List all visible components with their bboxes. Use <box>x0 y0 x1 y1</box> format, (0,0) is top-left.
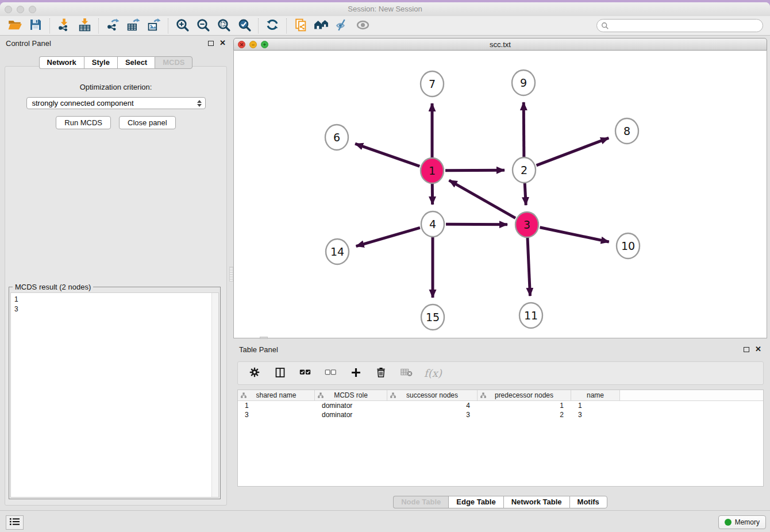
criterion-dropdown[interactable]: strongly connected component <box>26 97 206 109</box>
table-row[interactable]: 3dominator323 <box>238 410 763 419</box>
graph-node-7[interactable]: 7 <box>421 71 444 97</box>
close-table-panel-icon[interactable]: ✕ <box>755 346 761 352</box>
table-cell[interactable]: 1 <box>478 401 571 410</box>
zoom-in-button[interactable] <box>172 17 192 34</box>
show-all-button[interactable] <box>352 17 373 34</box>
close-panel-icon[interactable]: ✕ <box>220 40 226 46</box>
graph-edge-3-1[interactable] <box>449 180 515 218</box>
graph-node-1[interactable]: 1 <box>421 158 444 183</box>
graph-edge-1-2[interactable] <box>445 170 505 171</box>
graph-edge-4-3[interactable] <box>446 224 507 225</box>
tab-network[interactable]: Network <box>39 56 84 69</box>
export-image-button[interactable] <box>144 17 164 34</box>
column-header-shared-name[interactable]: shared name <box>238 390 315 400</box>
column-header-successor-nodes[interactable]: successor nodes <box>387 390 478 400</box>
graph-node-2[interactable]: 2 <box>513 157 536 183</box>
minimize-view-button[interactable]: − <box>249 41 257 48</box>
toolbar-separator <box>168 18 168 33</box>
deselect-all-button[interactable] <box>323 366 338 381</box>
hide-selected-button[interactable] <box>332 17 352 34</box>
add-row-button[interactable] <box>348 366 363 381</box>
maximize-view-button[interactable]: + <box>261 41 268 48</box>
table-cell[interactable]: 3 <box>238 410 315 419</box>
tab-mcds[interactable]: MCDS <box>155 56 192 69</box>
export-table-button[interactable] <box>123 17 144 34</box>
float-table-panel-icon[interactable] <box>744 347 749 352</box>
select-all-button[interactable] <box>298 366 313 381</box>
show-columns-button[interactable] <box>272 366 287 381</box>
close-window-button[interactable] <box>5 6 12 13</box>
graph-node-11[interactable]: 11 <box>519 303 542 328</box>
column-header-filler <box>620 390 763 400</box>
graph-node-14[interactable]: 14 <box>326 239 349 264</box>
zoom-window-button[interactable] <box>29 6 36 13</box>
column-header-predecessor-nodes[interactable]: predecessor nodes <box>478 390 571 400</box>
graph-edge-3-11[interactable] <box>528 238 530 296</box>
zoom-selected-button[interactable] <box>234 17 255 34</box>
network-graph[interactable]: 1234678910111415 <box>234 51 767 338</box>
table-settings-button[interactable] <box>247 366 262 381</box>
import-network-button[interactable] <box>53 17 74 34</box>
export-network-button[interactable] <box>102 17 123 34</box>
table-cell[interactable]: 3 <box>387 410 478 419</box>
graph-node-8[interactable]: 8 <box>615 118 638 144</box>
houses-icon <box>314 17 329 34</box>
graph-edge-2-8[interactable] <box>537 138 609 165</box>
horizontal-splitter-handle[interactable] <box>260 337 268 339</box>
graph-node-3[interactable]: 3 <box>515 212 538 237</box>
table-row[interactable]: 1dominator411 <box>238 401 763 410</box>
tab-edge-table[interactable]: Edge Table <box>448 496 503 508</box>
refresh-layout-button[interactable] <box>262 17 283 34</box>
graph-node-4[interactable]: 4 <box>421 211 444 237</box>
network-canvas[interactable]: 1234678910111415 <box>233 51 767 338</box>
delete-row-button[interactable] <box>374 366 388 381</box>
first-neighbors-button[interactable] <box>311 17 332 34</box>
open-session-button[interactable] <box>5 17 25 34</box>
list-icon <box>10 518 20 527</box>
clone-network-button[interactable] <box>290 17 311 34</box>
graph-edge-2-9[interactable] <box>523 102 524 157</box>
graph-node-6[interactable]: 6 <box>325 125 348 150</box>
minimize-window-button[interactable] <box>17 6 24 13</box>
mcds-result-area[interactable]: 1 3 <box>10 292 219 498</box>
zoom-fit-button[interactable] <box>213 17 234 34</box>
search-input[interactable] <box>596 19 763 32</box>
close-panel-button[interactable]: Close panel <box>119 116 176 129</box>
table-cell[interactable]: 1 <box>238 401 315 410</box>
zoom-out-button[interactable] <box>192 17 213 34</box>
graph-edge-2-3[interactable] <box>525 183 526 205</box>
memory-button[interactable]: Memory <box>718 515 766 529</box>
table-cell[interactable]: dominator <box>315 410 387 419</box>
table-cell[interactable]: 3 <box>571 410 620 419</box>
save-session-button[interactable] <box>25 17 46 34</box>
refresh-icon <box>265 18 279 33</box>
import-table-button[interactable] <box>74 17 95 34</box>
graph-edge-4-14[interactable] <box>356 228 420 246</box>
apply-function-button[interactable]: f(x) <box>424 366 442 381</box>
graph-node-9[interactable]: 9 <box>512 70 535 95</box>
task-history-button[interactable] <box>6 515 24 530</box>
graph-edge-3-10[interactable] <box>540 228 609 242</box>
column-header-name[interactable]: name <box>571 390 620 400</box>
delete-table-button[interactable] <box>399 366 414 381</box>
columns-icon <box>274 367 286 380</box>
tab-node-table[interactable]: Node Table <box>393 496 448 508</box>
float-panel-icon[interactable] <box>208 41 214 46</box>
tab-select[interactable]: Select <box>117 56 155 69</box>
table-cell[interactable]: 2 <box>478 410 571 419</box>
table-cell[interactable]: 1 <box>571 401 620 410</box>
tab-motifs[interactable]: Motifs <box>569 496 607 508</box>
close-view-button[interactable]: ✕ <box>238 41 245 48</box>
graph-node-10[interactable]: 10 <box>617 233 640 259</box>
tab-network-table[interactable]: Network Table <box>503 496 569 508</box>
optimization-criterion-label: Optimization criterion: <box>5 83 226 91</box>
table-cell[interactable]: dominator <box>315 401 387 410</box>
column-header-MCDS-role[interactable]: MCDS role <box>315 390 387 400</box>
graph-node-15[interactable]: 15 <box>421 304 444 330</box>
graph-edge-1-6[interactable] <box>355 144 419 166</box>
table-cell[interactable]: 4 <box>387 401 478 410</box>
tab-style[interactable]: Style <box>84 56 117 69</box>
result-scrollbar[interactable] <box>211 293 218 497</box>
run-mcds-button[interactable]: Run MCDS <box>56 116 111 129</box>
vertical-splitter-handle[interactable] <box>229 267 233 282</box>
